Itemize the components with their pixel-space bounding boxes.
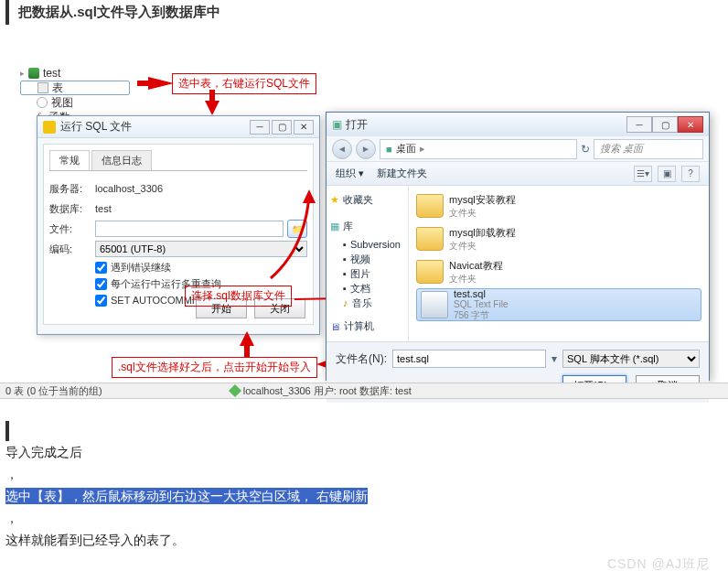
annotation-select-table: 选中表，右键运行SQL文件 (172, 73, 316, 94)
dialog-tabs: 常规 信息日志 (49, 150, 307, 171)
post-comma: ， (5, 467, 18, 483)
sidebar-pictures[interactable]: ▪图片 (343, 266, 404, 281)
sidebar-subversion[interactable]: ▪Subversion (343, 237, 404, 252)
minimize-button[interactable]: ─ (250, 120, 270, 135)
help-button[interactable]: ? (681, 166, 700, 182)
dialog-icon (43, 121, 56, 134)
chk-continue-on-error[interactable] (95, 262, 107, 274)
arrow-down-icon (203, 90, 221, 115)
open-dialog-content: ★收藏夹 ▦库 ▪Subversion ▪视频 ▪图片 ▪文档 ♪音乐 🖥计算机… (327, 186, 709, 341)
folder-icon (416, 227, 444, 251)
tab-log[interactable]: 信息日志 (91, 150, 152, 170)
status-bar: 0 表 (0 位于当前的组) localhost_3306 用户: root 数… (0, 383, 728, 399)
path-breadcrumb[interactable]: ■桌面▸ (380, 139, 577, 159)
organize-menu[interactable]: 组织 ▾ (336, 167, 364, 180)
table-icon (37, 82, 48, 93)
open-dialog-icon: ▣ (332, 118, 342, 131)
nav-back-button[interactable]: ◄ (332, 139, 352, 159)
label-encoding: 编码: (49, 242, 95, 256)
svg-marker-1 (205, 90, 219, 115)
label-file: 文件: (49, 222, 95, 236)
screenshot-area: ▸test 表 视图 fx函数 选中表，右键运行SQL文件 运行 SQL 文件 … (11, 55, 717, 393)
post-text-highlighted: 选中【表】，然后鼠标移动到右边这一大块空白区域， 右键刷新 (5, 488, 368, 504)
status-left: 0 表 (0 位于当前的组) (5, 384, 102, 398)
sidebar-nav: ★收藏夹 ▦库 ▪Subversion ▪视频 ▪图片 ▪文档 ♪音乐 🖥计算机 (327, 186, 409, 341)
watermark: CSDN @AJ班尼 (607, 556, 710, 573)
open-dialog-titlebar[interactable]: ▣ 打开 ─ ▢ ✕ (327, 113, 709, 136)
connection-icon (229, 384, 241, 397)
file-filter-select[interactable]: SQL 脚本文件 (*.sql) (562, 350, 700, 368)
file-input[interactable] (95, 221, 284, 237)
close-button[interactable]: ✕ (294, 120, 314, 135)
tree-views[interactable]: 视图 (20, 95, 166, 110)
file-item-sql-selected[interactable]: test.sqlSQL Text File756 字节 (416, 288, 701, 321)
doc-title: 把数据从.sql文件导入到数据库中 (5, 0, 723, 25)
post-comma2: ， (5, 511, 18, 527)
annotation-click-start: .sql文件选择好之后，点击开始开始导入 (112, 357, 317, 378)
arrow-icon (137, 74, 174, 92)
svg-marker-0 (137, 77, 174, 90)
value-server: localhost_3306 (95, 183, 163, 194)
new-folder-button[interactable]: 新建文件夹 (377, 167, 427, 180)
close-button[interactable]: ✕ (678, 116, 703, 133)
value-database: test (95, 203, 112, 214)
label-server: 服务器: (49, 182, 95, 196)
tree-tables[interactable]: 表 (20, 81, 130, 95)
arrow-curve-icon (263, 194, 318, 286)
folder-icon (416, 194, 444, 218)
dialog-titlebar[interactable]: 运行 SQL 文件 ─ ▢ ✕ (37, 116, 319, 138)
tab-general[interactable]: 常规 (49, 150, 90, 170)
view-mode-button[interactable]: ☰▾ (634, 166, 652, 182)
label-database: 数据库: (49, 202, 95, 216)
chk-autocommit[interactable] (95, 295, 107, 307)
open-dialog-nav: ◄ ► ■桌面▸ ↻ 搜索 桌面 (327, 136, 709, 162)
file-list[interactable]: mysql安装教程文件夹 mysql卸载教程文件夹 Navicat教程文件夹 t… (409, 186, 709, 341)
search-input[interactable]: 搜索 桌面 (594, 139, 703, 159)
file-item-folder[interactable]: mysql卸载教程文件夹 (416, 222, 701, 255)
sidebar-libraries[interactable]: ▦库 (330, 220, 404, 233)
sidebar-computer[interactable]: 🖥计算机 (330, 319, 404, 333)
sidebar-videos[interactable]: ▪视频 (343, 252, 404, 266)
svg-marker-4 (240, 331, 254, 357)
sidebar-documents[interactable]: ▪文档 (343, 281, 404, 296)
status-connection: localhost_3306 用户: root 数据库: test (243, 384, 412, 398)
sidebar-favorites[interactable]: ★收藏夹 (330, 193, 404, 207)
view-icon (37, 97, 48, 108)
filename-label: 文件名(N): (336, 351, 387, 367)
post-text-3: 这样就能看到已经导入的表了。 (5, 533, 185, 549)
maximize-button[interactable]: ▢ (652, 116, 678, 133)
file-item-folder[interactable]: mysql安装教程文件夹 (416, 189, 701, 222)
organize-bar: 组织 ▾ 新建文件夹 ☰▾ ▣ ? (327, 162, 709, 186)
chk-multi-query[interactable] (95, 278, 107, 290)
filename-input[interactable] (392, 350, 546, 368)
minimize-button[interactable]: ─ (626, 116, 652, 133)
nav-forward-button[interactable]: ► (356, 139, 376, 159)
annotation-select-file: 选择.sql数据库文件 (185, 286, 292, 307)
sidebar-music[interactable]: ♪音乐 (343, 296, 404, 310)
folder-icon (416, 260, 444, 284)
sql-file-icon (421, 291, 448, 318)
maximize-button[interactable]: ▢ (272, 120, 292, 135)
open-file-dialog: ▣ 打开 ─ ▢ ✕ ◄ ► ■桌面▸ ↻ 搜索 桌面 组织 ▾ 新建文件夹 ☰… (326, 112, 710, 381)
post-text-1: 导入完成之后 (5, 445, 82, 461)
file-item-folder[interactable]: Navicat教程文件夹 (416, 255, 701, 288)
preview-pane-button[interactable]: ▣ (658, 166, 676, 182)
arrow-up-icon (238, 331, 256, 357)
database-icon (28, 68, 39, 79)
